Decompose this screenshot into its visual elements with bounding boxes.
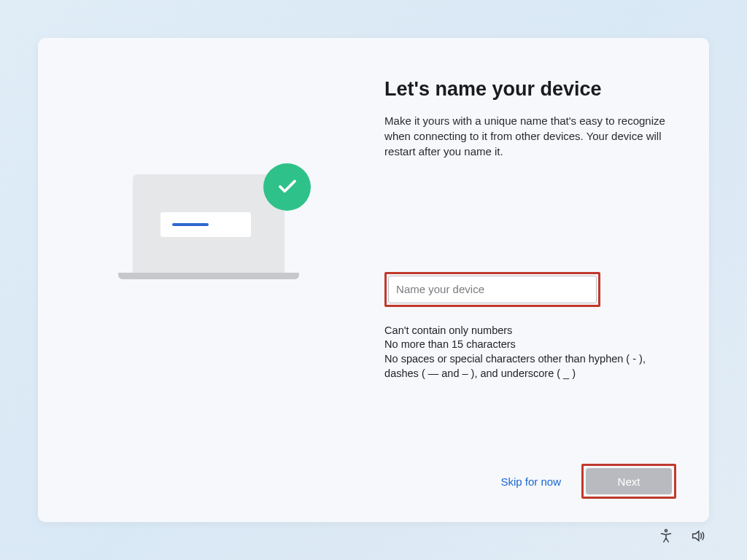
laptop-screen-graphic (133, 174, 285, 273)
rule-max-length: No more than 15 characters (384, 338, 669, 352)
next-highlight-box: Next (581, 464, 676, 499)
device-illustration (118, 169, 308, 300)
rule-numbers-only: Can't contain only numbers (384, 324, 669, 338)
system-tray (658, 528, 706, 547)
naming-rules: Can't contain only numbers No more than … (384, 324, 669, 381)
footer-buttons: Skip for now Next (71, 464, 676, 500)
svg-point-0 (665, 529, 667, 532)
next-button[interactable]: Next (586, 468, 672, 494)
device-name-block: Can't contain only numbers No more than … (384, 272, 669, 381)
input-highlight-box (384, 272, 600, 307)
field-line-graphic (172, 223, 209, 226)
page-title: Let's name your device (384, 78, 669, 101)
accessibility-icon[interactable] (658, 528, 674, 547)
form-pane: Let's name your device Make it yours wit… (384, 78, 676, 464)
setup-card: Let's name your device Make it yours wit… (38, 38, 709, 522)
volume-icon[interactable] (690, 528, 706, 547)
rule-special-chars: No spaces or special characters other th… (384, 352, 669, 381)
content-area: Let's name your device Make it yours wit… (71, 78, 676, 464)
device-name-input[interactable] (388, 276, 597, 303)
skip-link[interactable]: Skip for now (496, 468, 565, 495)
page-subtitle: Make it yours with a unique name that's … (384, 114, 669, 160)
laptop-field-graphic (160, 212, 251, 237)
laptop-base-graphic (118, 273, 299, 279)
illustration-pane (71, 78, 355, 464)
check-icon (263, 163, 311, 211)
